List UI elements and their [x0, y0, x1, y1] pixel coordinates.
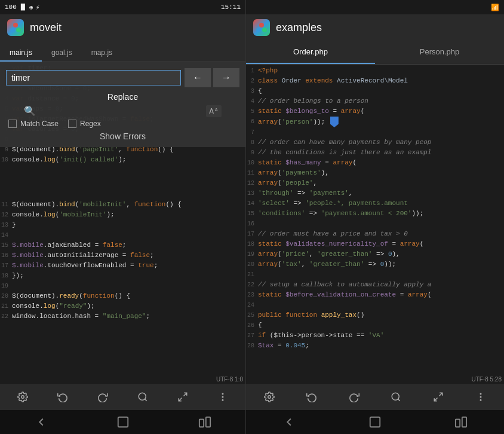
rline-10: 10 static $has_many = array(	[246, 158, 504, 168]
code-line-16: 16 $.mobile.autoInitializePage = false;	[0, 250, 245, 261]
right-home-nav-button[interactable]	[365, 412, 385, 432]
rline-9: 9 // the conditions is just there as an …	[246, 148, 504, 158]
svg-line-7	[179, 398, 182, 401]
expand-button[interactable]	[172, 386, 193, 408]
right-expand-button[interactable]	[428, 386, 449, 408]
right-recents-nav-button[interactable]	[451, 412, 471, 432]
rline-1: 1 <?php	[246, 66, 504, 76]
back-nav-button[interactable]	[32, 412, 51, 432]
rline-4: 4 // order belongs to a person	[246, 96, 504, 106]
rline-21: 21	[246, 270, 504, 280]
tab-main-js[interactable]: main.js	[0, 45, 42, 62]
right-code-area[interactable]: 1 <?php 2 class Order extends ActiveReco…	[246, 65, 504, 384]
right-settings-button[interactable]	[259, 386, 280, 408]
settings-button[interactable]	[12, 386, 33, 408]
rline-7: 7	[246, 127, 504, 137]
code-line-15: 15 $.mobile.ajaxEnabled = false;	[0, 240, 245, 250]
rline-25: 25 public function apply_tax()	[246, 310, 504, 320]
code-line-20: 20 $(document).ready(function() {	[0, 291, 245, 301]
svg-point-0	[13, 23, 18, 27]
show-errors-label: Show Errors	[100, 132, 146, 141]
tab-person-php[interactable]: Person.php	[375, 41, 504, 64]
find-input[interactable]	[6, 70, 181, 85]
tab-map-js[interactable]: map.js	[82, 45, 122, 62]
right-tabs-bar: Order.php Person.php	[246, 41, 504, 65]
svg-rect-11	[118, 417, 128, 427]
code-line-18: 18 });	[0, 271, 245, 281]
battery-level: 100	[5, 4, 17, 11]
svg-point-24	[480, 400, 481, 401]
left-app-title-bar: moveit	[0, 14, 245, 41]
time-display: 15:11	[221, 4, 241, 11]
regex-checkbox[interactable]	[68, 120, 76, 128]
search-icon-overlay[interactable]: 🔍	[24, 105, 36, 117]
tab-goal-js[interactable]: goal.js	[42, 45, 82, 62]
regex-option[interactable]: Regex	[68, 120, 101, 128]
right-search-button[interactable]	[385, 386, 407, 408]
show-errors-row: Show Errors	[6, 132, 239, 141]
rline-11: 11 array('payments'),	[246, 168, 504, 178]
right-bottom-toolbar	[246, 384, 504, 410]
code-line-10: 10 console.log('init() called');	[0, 155, 245, 165]
code-line-12: 12 console.log('mobileInit');	[0, 210, 245, 220]
rline-13: 13 'through' => 'payments',	[246, 188, 504, 198]
app-title: moveit	[30, 22, 62, 34]
recents-nav-button[interactable]	[195, 412, 214, 432]
left-nav-bar	[0, 410, 245, 434]
right-back-nav-button[interactable]	[279, 412, 299, 432]
rline-23: 23 static $before_validation_on_create =…	[246, 290, 504, 300]
tab-order-php[interactable]: Order.php	[246, 41, 375, 64]
match-case-checkbox[interactable]	[8, 120, 17, 128]
replace-label: Replace	[6, 92, 239, 102]
right-redo-button[interactable]	[343, 386, 365, 408]
search-button[interactable]	[132, 386, 153, 408]
svg-point-16	[262, 27, 267, 32]
svg-line-20	[439, 393, 442, 396]
code-line-17: 17 $.mobile.touchOverflowEnabled = true;	[0, 261, 245, 271]
rline-8: 8 // order can have many payments by man…	[246, 137, 504, 148]
undo-button[interactable]	[52, 386, 73, 408]
rline-2: 2 class Order extends ActiveRecord\Model	[246, 76, 504, 86]
svg-line-21	[434, 398, 437, 401]
svg-point-23	[480, 396, 481, 398]
code-line-22: 22 window.location.hash = "main_page";	[0, 311, 245, 322]
rline-17: 17 // order must have a price and tax > …	[246, 229, 504, 239]
rline-22: 22 // setup a callback to automatically …	[246, 280, 504, 290]
svg-rect-25	[370, 417, 380, 427]
app-logo	[7, 19, 24, 36]
right-status-bar: 📶	[246, 0, 504, 14]
rline-27: 27 if ($this->person->state == 'VA'	[246, 331, 504, 341]
svg-point-1	[10, 27, 15, 32]
options-row: Match Case Regex	[6, 120, 239, 128]
rline-24: 24	[246, 300, 504, 310]
icon-row: 🔍 Aᴬ	[6, 105, 239, 117]
match-all-icon[interactable]: Aᴬ	[206, 105, 222, 117]
next-match-button[interactable]: →	[213, 68, 239, 87]
left-tabs-bar: main.js goal.js map.js	[0, 41, 245, 62]
find-input-row: ← →	[6, 68, 239, 87]
svg-line-19	[398, 399, 400, 401]
rline-19: 19 array('price', 'greater_than' => 0),	[246, 249, 504, 259]
svg-point-10	[223, 400, 224, 401]
right-wifi-icon: 📶	[491, 4, 499, 11]
rline-12: 12 array('people',	[246, 178, 504, 188]
right-more-button[interactable]	[470, 386, 491, 408]
prev-match-button[interactable]: ←	[185, 68, 211, 87]
home-nav-button[interactable]	[113, 412, 133, 432]
rline-14: 14 'select' => 'people.*, payments.amoun…	[246, 198, 504, 209]
redo-button[interactable]	[92, 386, 113, 408]
right-undo-button[interactable]	[301, 386, 322, 408]
svg-point-4	[139, 393, 146, 400]
rline-26: 26 {	[246, 320, 504, 331]
rline-16: 16	[246, 219, 504, 229]
rline-3: 3 {	[246, 86, 504, 96]
code-line-11: 11 $(document).bind('mobileInit', functi…	[0, 200, 245, 210]
editor-status: UTF-8 1:0	[216, 376, 243, 383]
more-button[interactable]	[212, 386, 233, 408]
match-case-option[interactable]: Match Case	[8, 120, 59, 128]
svg-rect-13	[205, 417, 210, 427]
right-app-title-bar: examples	[246, 14, 504, 41]
regex-label: Regex	[80, 120, 101, 128]
code-line-13: 13}	[0, 220, 245, 230]
left-code-area[interactable]: 1 var timer; 2 3 var secondsGone = 0; 4 …	[0, 62, 245, 384]
